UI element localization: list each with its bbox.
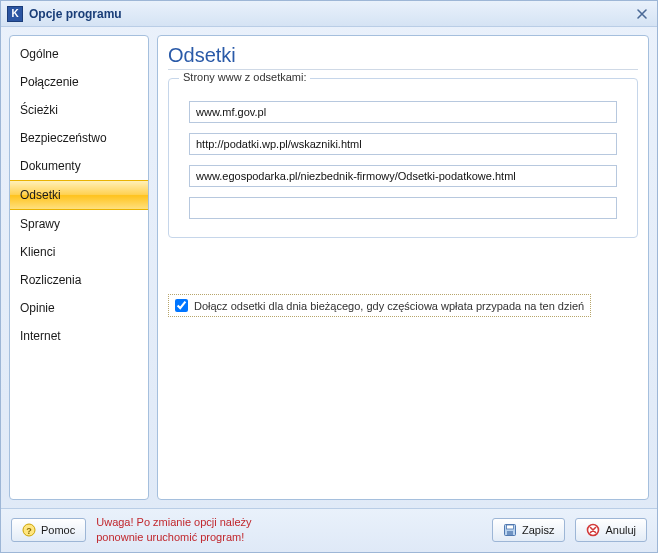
sidebar-item-sprawy[interactable]: Sprawy [10, 210, 148, 238]
include-interest-today-row[interactable]: Dołącz odsetki dla dnia bieżącego, gdy c… [168, 294, 591, 317]
body: OgólnePołączenieŚcieżkiBezpieczeństwoDok… [1, 27, 657, 508]
sidebar-item-ogolne[interactable]: Ogólne [10, 40, 148, 68]
url-input-2[interactable] [189, 133, 617, 155]
cancel-button[interactable]: Anuluj [575, 518, 647, 542]
sidebar-item-label: Sprawy [20, 217, 60, 231]
sidebar-item-label: Rozliczenia [20, 273, 81, 287]
sidebar-item-label: Ogólne [20, 47, 59, 61]
svg-rect-3 [507, 525, 514, 529]
app-icon: K [7, 6, 23, 22]
sidebar-item-label: Ścieżki [20, 103, 58, 117]
svg-text:?: ? [26, 525, 32, 535]
sidebar-item-sciezki[interactable]: Ścieżki [10, 96, 148, 124]
sidebar-item-label: Internet [20, 329, 61, 343]
help-icon: ? [22, 523, 36, 537]
window-title: Opcje programu [29, 7, 122, 21]
titlebar: K Opcje programu [1, 1, 657, 27]
sidebar-item-dokumenty[interactable]: Dokumenty [10, 152, 148, 180]
sidebar-item-label: Opinie [20, 301, 55, 315]
cancel-icon [586, 523, 600, 537]
save-icon [503, 523, 517, 537]
sidebar-item-label: Klienci [20, 245, 55, 259]
include-interest-today-label: Dołącz odsetki dla dnia bieżącego, gdy c… [194, 300, 584, 312]
url-input-4[interactable] [189, 197, 617, 219]
sidebar-item-polaczenie[interactable]: Połączenie [10, 68, 148, 96]
footer: ? Pomoc Uwaga! Po zmianie opcji należypo… [1, 508, 657, 552]
groupbox-legend: Strony www z odsetkami: [179, 71, 310, 83]
warning-text: Uwaga! Po zmianie opcji należyponownie u… [96, 515, 251, 544]
close-icon [636, 8, 648, 20]
options-window: K Opcje programu OgólnePołączenieŚcieżki… [0, 0, 658, 553]
sidebar-item-rozliczenia[interactable]: Rozliczenia [10, 266, 148, 294]
content-panel: Odsetki Strony www z odsetkami: Dołącz o… [157, 35, 649, 500]
help-button[interactable]: ? Pomoc [11, 518, 86, 542]
sidebar-item-internet[interactable]: Internet [10, 322, 148, 350]
sidebar-item-label: Dokumenty [20, 159, 81, 173]
sidebar-item-label: Odsetki [20, 188, 61, 202]
section-title: Odsetki [168, 44, 638, 70]
save-button[interactable]: Zapisz [492, 518, 565, 542]
sidebar-item-opinie[interactable]: Opinie [10, 294, 148, 322]
sidebar-item-klienci[interactable]: Klienci [10, 238, 148, 266]
sidebar-item-bezpieczenstwo[interactable]: Bezpieczeństwo [10, 124, 148, 152]
sidebar-item-label: Połączenie [20, 75, 79, 89]
svg-rect-4 [507, 531, 513, 535]
sidebar-item-label: Bezpieczeństwo [20, 131, 107, 145]
close-button[interactable] [633, 5, 651, 23]
url-groupbox: Strony www z odsetkami: [168, 78, 638, 238]
url-input-3[interactable] [189, 165, 617, 187]
sidebar: OgólnePołączenieŚcieżkiBezpieczeństwoDok… [9, 35, 149, 500]
help-button-label: Pomoc [41, 524, 75, 536]
sidebar-item-odsetki[interactable]: Odsetki [10, 180, 148, 210]
url-input-1[interactable] [189, 101, 617, 123]
cancel-button-label: Anuluj [605, 524, 636, 536]
include-interest-today-checkbox[interactable] [175, 299, 188, 312]
save-button-label: Zapisz [522, 524, 554, 536]
